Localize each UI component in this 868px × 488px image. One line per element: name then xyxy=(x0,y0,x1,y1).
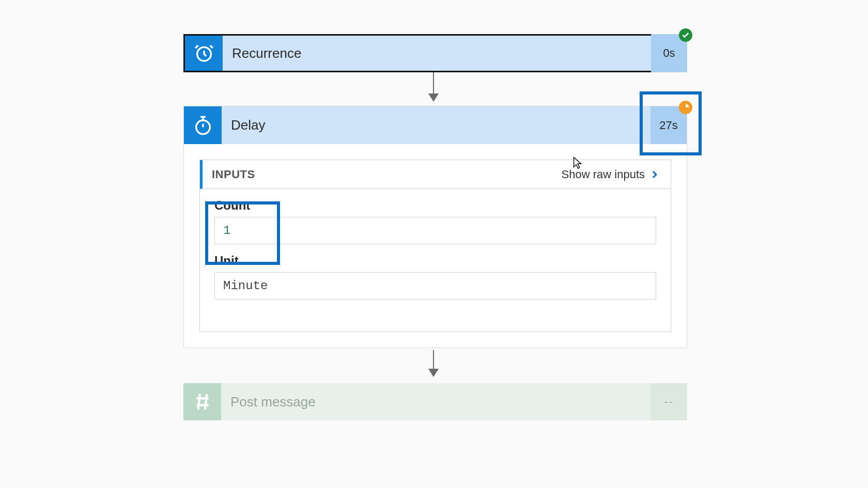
step-title: Delay xyxy=(222,106,650,144)
field-unit-value[interactable]: Minute xyxy=(214,272,656,300)
chevron-right-icon xyxy=(650,168,659,181)
step-title: Post message xyxy=(221,383,651,420)
success-badge-icon xyxy=(679,28,692,42)
field-count: Count 1 xyxy=(200,189,671,244)
step-delay[interactable]: Delay 27s xyxy=(183,106,687,144)
alarm-clock-icon xyxy=(185,36,223,71)
delay-inputs-panel: INPUTS Show raw inputs Count 1 Unit Minu… xyxy=(183,144,687,348)
hash-icon xyxy=(183,383,221,420)
field-unit-label: Unit xyxy=(214,254,656,268)
flow-run-canvas: Recurrence 0s Delay 27s INPUTS Show raw … xyxy=(0,0,868,488)
step-duration: -- xyxy=(651,383,687,420)
inputs-header-label: INPUTS xyxy=(203,168,255,181)
inputs-box: INPUTS Show raw inputs Count 1 Unit Minu… xyxy=(199,160,671,332)
connector-arrow-icon xyxy=(433,350,434,376)
show-raw-inputs-link[interactable]: Show raw inputs xyxy=(562,168,659,181)
step-recurrence[interactable]: Recurrence 0s xyxy=(183,34,687,72)
inputs-header: INPUTS Show raw inputs xyxy=(200,160,671,189)
stopwatch-icon xyxy=(184,106,222,144)
field-count-label: Count xyxy=(214,198,656,213)
running-badge-icon xyxy=(679,101,692,114)
step-title: Recurrence xyxy=(223,36,651,71)
field-count-value[interactable]: 1 xyxy=(214,217,656,244)
step-post-message[interactable]: Post message -- xyxy=(183,383,687,420)
field-unit: Unit Minute xyxy=(200,244,671,300)
show-raw-inputs-label: Show raw inputs xyxy=(562,168,645,181)
connector-arrow-icon xyxy=(433,72,434,101)
